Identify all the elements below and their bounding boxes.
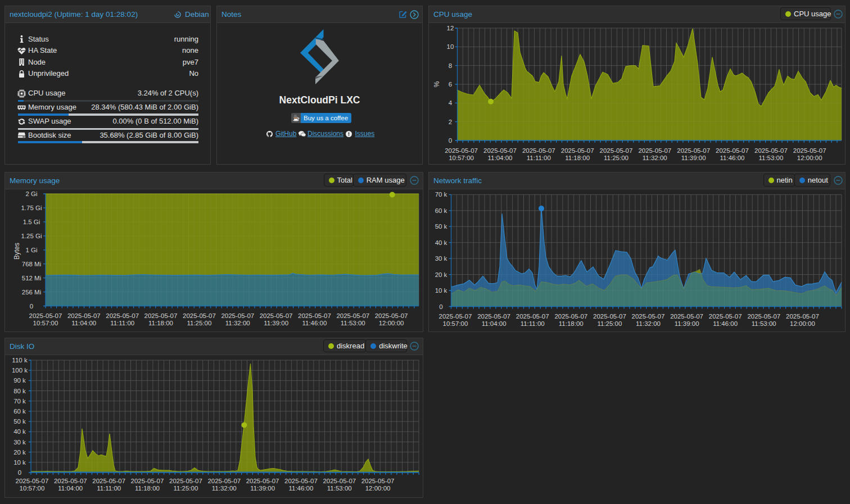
svg-text:2025-05-07: 2025-05-07 <box>600 147 633 154</box>
svg-text:11:25:00: 11:25:00 <box>187 320 211 326</box>
svg-text:2025-05-07: 2025-05-07 <box>786 313 819 320</box>
svg-text:11:32:00: 11:32:00 <box>643 155 667 161</box>
svg-text:2025-05-07: 2025-05-07 <box>554 313 587 320</box>
svg-text:11:11:00: 11:11:00 <box>97 485 121 492</box>
svg-text:12:00:00: 12:00:00 <box>797 155 822 161</box>
svg-text:2025-05-07: 2025-05-07 <box>483 147 517 154</box>
svg-text:2: 2 <box>449 119 452 125</box>
svg-text:11:32:00: 11:32:00 <box>212 485 237 492</box>
svg-text:20 k: 20 k <box>435 271 447 278</box>
svg-text:11:04:00: 11:04:00 <box>71 320 96 326</box>
svg-text:2025-05-07: 2025-05-07 <box>29 312 62 319</box>
svg-text:11:39:00: 11:39:00 <box>675 320 699 327</box>
svg-text:2025-05-07: 2025-05-07 <box>260 312 293 319</box>
svg-text:11:25:00: 11:25:00 <box>597 320 622 327</box>
svg-text:10:57:00: 10:57:00 <box>20 485 45 492</box>
svg-text:2025-05-07: 2025-05-07 <box>716 147 749 154</box>
svg-text:10 k: 10 k <box>13 459 26 466</box>
svg-text:256 Mi: 256 Mi <box>22 289 42 296</box>
svg-text:12:00:00: 12:00:00 <box>365 485 391 492</box>
svg-text:11:46:00: 11:46:00 <box>713 320 738 327</box>
svg-text:2025-05-07: 2025-05-07 <box>375 312 408 319</box>
svg-text:11:25:00: 11:25:00 <box>604 155 629 161</box>
svg-text:90 k: 90 k <box>13 377 26 384</box>
svg-text:1.5 Gi: 1.5 Gi <box>23 219 40 225</box>
svg-text:1.25 Gi: 1.25 Gi <box>21 233 42 239</box>
svg-text:1.75 Gi: 1.75 Gi <box>21 205 42 211</box>
svg-text:20 k: 20 k <box>13 449 26 456</box>
svg-text:70 k: 70 k <box>435 191 447 198</box>
svg-text:2025-05-07: 2025-05-07 <box>323 478 356 484</box>
svg-text:2025-05-07: 2025-05-07 <box>67 312 101 319</box>
svg-text:11:39:00: 11:39:00 <box>250 485 275 492</box>
svg-text:10 k: 10 k <box>435 287 447 294</box>
svg-text:2025-05-07: 2025-05-07 <box>336 312 369 319</box>
svg-text:4: 4 <box>449 99 453 106</box>
svg-text:2025-05-07: 2025-05-07 <box>439 313 472 320</box>
svg-text:2025-05-07: 2025-05-07 <box>445 147 478 154</box>
svg-text:110 k: 110 k <box>12 357 28 364</box>
svg-text:2025-05-07: 2025-05-07 <box>561 147 594 154</box>
svg-text:2025-05-07: 2025-05-07 <box>793 147 826 154</box>
svg-text:2025-05-07: 2025-05-07 <box>516 313 549 320</box>
svg-text:768 Mi: 768 Mi <box>22 261 42 267</box>
svg-text:12: 12 <box>447 25 454 31</box>
svg-text:11:11:00: 11:11:00 <box>527 155 551 161</box>
svg-text:2025-05-07: 2025-05-07 <box>754 147 788 154</box>
svg-text:11:53:00: 11:53:00 <box>341 320 365 326</box>
svg-text:2025-05-07: 2025-05-07 <box>246 478 279 484</box>
svg-text:11:18:00: 11:18:00 <box>559 320 584 327</box>
svg-text:512 Mi: 512 Mi <box>22 275 42 281</box>
svg-text:%: % <box>433 81 441 87</box>
svg-text:11:46:00: 11:46:00 <box>302 320 327 326</box>
svg-text:2025-05-07: 2025-05-07 <box>183 312 216 319</box>
svg-text:2025-05-07: 2025-05-07 <box>131 478 164 484</box>
svg-text:10:57:00: 10:57:00 <box>449 155 474 161</box>
svg-text:0: 0 <box>30 303 33 310</box>
svg-text:2025-05-07: 2025-05-07 <box>632 313 665 320</box>
svg-text:11:32:00: 11:32:00 <box>225 320 250 326</box>
svg-text:11:18:00: 11:18:00 <box>565 155 590 161</box>
svg-text:0: 0 <box>18 469 21 476</box>
svg-text:2025-05-07: 2025-05-07 <box>522 147 555 154</box>
svg-text:80 k: 80 k <box>13 388 26 394</box>
svg-text:30 k: 30 k <box>13 439 26 446</box>
svg-text:11:32:00: 11:32:00 <box>636 320 661 327</box>
svg-text:11:46:00: 11:46:00 <box>288 485 313 492</box>
svg-text:2025-05-07: 2025-05-07 <box>747 313 780 320</box>
svg-text:2025-05-07: 2025-05-07 <box>284 478 318 484</box>
svg-text:11:04:00: 11:04:00 <box>482 320 507 327</box>
svg-text:40 k: 40 k <box>435 239 447 246</box>
svg-text:50 k: 50 k <box>13 418 26 425</box>
svg-text:11:18:00: 11:18:00 <box>148 320 173 326</box>
svg-text:11:04:00: 11:04:00 <box>488 155 513 161</box>
svg-text:2025-05-07: 2025-05-07 <box>169 478 202 484</box>
svg-text:0: 0 <box>449 137 452 144</box>
svg-text:2025-05-07: 2025-05-07 <box>106 312 139 319</box>
svg-text:10: 10 <box>447 43 454 50</box>
svg-text:11:04:00: 11:04:00 <box>58 485 83 492</box>
svg-text:2025-05-07: 2025-05-07 <box>92 478 125 484</box>
svg-text:2 Gi: 2 Gi <box>25 190 37 197</box>
svg-text:100 k: 100 k <box>12 367 28 374</box>
svg-text:70 k: 70 k <box>13 398 26 405</box>
svg-text:11:11:00: 11:11:00 <box>521 320 545 327</box>
svg-text:50 k: 50 k <box>435 223 447 230</box>
svg-text:12:00:00: 12:00:00 <box>379 320 404 326</box>
svg-text:2025-05-07: 2025-05-07 <box>638 147 671 154</box>
svg-text:2025-05-07: 2025-05-07 <box>593 313 626 320</box>
svg-text:8: 8 <box>449 62 452 69</box>
svg-text:11:39:00: 11:39:00 <box>264 320 288 326</box>
svg-text:11:25:00: 11:25:00 <box>173 485 198 492</box>
svg-text:2025-05-07: 2025-05-07 <box>677 147 710 154</box>
svg-text:11:46:00: 11:46:00 <box>720 155 745 161</box>
svg-text:2025-05-07: 2025-05-07 <box>670 313 703 320</box>
svg-text:2025-05-07: 2025-05-07 <box>54 478 87 484</box>
svg-text:11:53:00: 11:53:00 <box>758 155 783 161</box>
svg-text:2025-05-07: 2025-05-07 <box>16 478 49 484</box>
svg-text:12:00:00: 12:00:00 <box>790 320 815 327</box>
svg-text:1 Gi: 1 Gi <box>25 247 37 253</box>
svg-text:2025-05-07: 2025-05-07 <box>709 313 742 320</box>
svg-text:2025-05-07: 2025-05-07 <box>477 313 510 320</box>
svg-text:11:53:00: 11:53:00 <box>327 485 352 492</box>
